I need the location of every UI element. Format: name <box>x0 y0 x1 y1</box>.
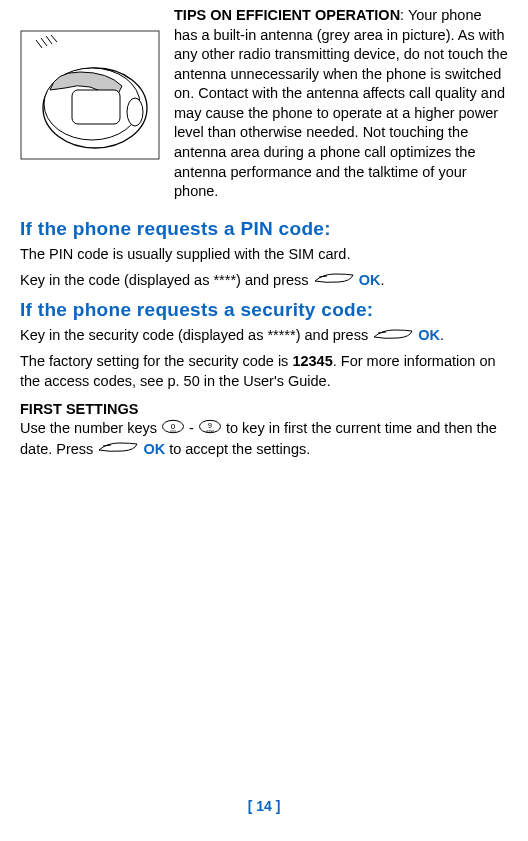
first-settings-line: Use the number keys 0 - 9wxyz to key in … <box>20 419 508 460</box>
svg-line-4 <box>41 38 47 46</box>
heading-security: If the phone requests a security code: <box>20 297 508 323</box>
pin-line-2-post: . <box>380 272 384 288</box>
svg-text:9: 9 <box>208 422 212 429</box>
heading-first-settings: FIRST SETTINGS <box>20 400 508 420</box>
ok-label: OK <box>359 272 381 288</box>
pin-line-2-pre: Key in the code (displayed as ****) and … <box>20 272 313 288</box>
security-line-1: Key in the security code (displayed as *… <box>20 326 508 346</box>
pin-line-1: The PIN code is usually supplied with th… <box>20 245 508 265</box>
security-line-1-pre: Key in the security code (displayed as *… <box>20 327 372 343</box>
svg-line-5 <box>46 36 52 44</box>
tips-block: TIPS ON EFFICIENT OPERATION: Your phone … <box>20 6 508 202</box>
heading-pin: If the phone requests a PIN code: <box>20 216 508 242</box>
security-line-1-post: . <box>440 327 444 343</box>
phone-antenna-illustration <box>20 30 160 160</box>
tips-body: : Your phone has a built-in antenna (gre… <box>174 7 508 199</box>
svg-rect-7 <box>72 90 120 124</box>
tips-text: TIPS ON EFFICIENT OPERATION: Your phone … <box>174 6 508 202</box>
first-settings-dash: - <box>185 420 198 436</box>
softkey-icon <box>97 440 139 460</box>
tips-label: TIPS ON EFFICIENT OPERATION <box>174 7 400 23</box>
default-code: 12345 <box>292 353 332 369</box>
softkey-icon <box>313 271 355 291</box>
svg-text:0: 0 <box>171 422 176 431</box>
svg-line-3 <box>36 40 42 48</box>
page-number: [ 14 ] <box>0 797 528 816</box>
key-9-icon: 9wxyz <box>198 419 222 440</box>
security-line-2: The factory setting for the security cod… <box>20 352 508 391</box>
first-settings-post: to accept the settings. <box>165 441 310 457</box>
security-line-2-pre: The factory setting for the security cod… <box>20 353 292 369</box>
ok-label: OK <box>418 327 440 343</box>
ok-label: OK <box>143 441 165 457</box>
first-settings-pre: Use the number keys <box>20 420 161 436</box>
svg-point-8 <box>127 98 143 126</box>
pin-line-2: Key in the code (displayed as ****) and … <box>20 271 508 291</box>
softkey-icon <box>372 327 414 347</box>
key-0-icon: 0 <box>161 419 185 440</box>
svg-text:wxyz: wxyz <box>206 429 214 433</box>
svg-line-6 <box>51 35 57 42</box>
